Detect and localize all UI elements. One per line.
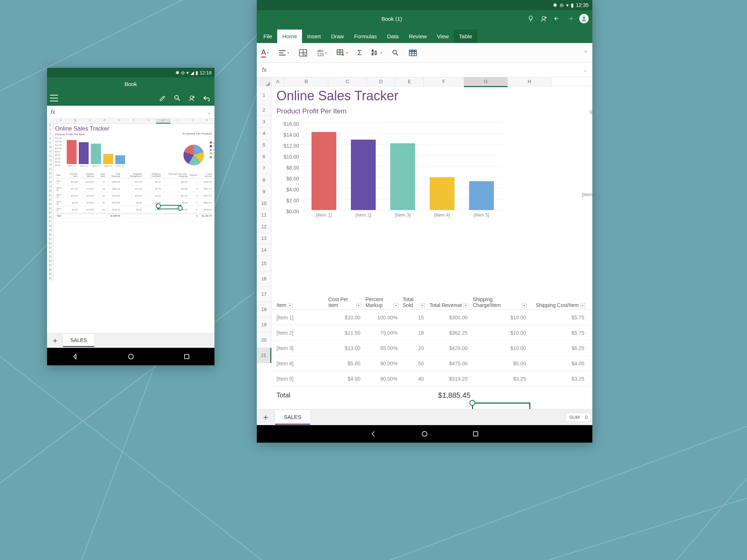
bluetooth-icon: ✱ bbox=[175, 70, 179, 75]
cell-selection[interactable] bbox=[157, 205, 181, 209]
phone-toolbar bbox=[47, 90, 214, 106]
ribbon-tab-data[interactable]: Data bbox=[382, 30, 404, 43]
number-format-button[interactable]: abc123▾ bbox=[317, 49, 326, 57]
svg-rect-23 bbox=[473, 432, 478, 436]
select-all-corner[interactable] bbox=[257, 77, 271, 87]
tablet-spreadsheet[interactable]: ABCDEFGH 1234567891011121314151617181920… bbox=[257, 77, 592, 409]
search-icon[interactable] bbox=[172, 93, 182, 103]
svg-rect-12 bbox=[185, 354, 189, 359]
table-row[interactable]: [Item 3]$13.0065.00%20$429.00$10.00$6.25 bbox=[271, 341, 592, 356]
draw-icon[interactable] bbox=[158, 93, 168, 103]
svg-point-22 bbox=[422, 431, 427, 436]
bar-5 bbox=[469, 181, 494, 210]
undo-icon[interactable] bbox=[551, 13, 562, 24]
recents-icon[interactable] bbox=[472, 430, 479, 438]
phone-device: ✱ ⊖ ▾ ◢ ▮ 12:18 Book fx ⌄ ABCDEFGHIJK 56… bbox=[47, 68, 214, 365]
wifi-icon: ▾ bbox=[186, 70, 189, 75]
expand-icon[interactable]: ⌄ bbox=[583, 67, 587, 73]
collapse-ribbon-icon[interactable]: ⌃ bbox=[584, 50, 588, 56]
column-headers[interactable]: ABCDEFGHIJK bbox=[47, 119, 214, 124]
pie-chart-small[interactable] bbox=[181, 142, 206, 168]
recents-icon[interactable] bbox=[183, 353, 190, 360]
fx-label: fx bbox=[262, 66, 267, 74]
battery-icon: ▮ bbox=[196, 70, 198, 75]
expand-icon[interactable]: ⌄ bbox=[207, 110, 211, 115]
column-header[interactable]: Shipping Charge/Item▾ bbox=[471, 295, 529, 310]
phone-spreadsheet[interactable]: ABCDEFGHIJK 5678910111213141516171819202… bbox=[47, 119, 214, 333]
pie-legend: [Item 1][Item 2][Item 3][Item 4][Item 5] bbox=[210, 141, 214, 159]
phone-titlebar: Book bbox=[47, 77, 214, 90]
tablet-sheet-tabs: + SALES SUM 0 bbox=[257, 409, 592, 425]
share-icon[interactable] bbox=[187, 93, 197, 103]
status-sum[interactable]: SUM 0 bbox=[566, 413, 591, 422]
tablet-navbar bbox=[257, 425, 592, 443]
sheet-title: Online Sales Tracker bbox=[271, 86, 592, 106]
column-header[interactable]: Percent Markup▾ bbox=[363, 295, 400, 310]
column-header[interactable]: Shipping Cost/Item▾ bbox=[529, 301, 587, 310]
column-header[interactable]: Total Sold▾ bbox=[400, 295, 427, 310]
cell-selection[interactable]: ▾ bbox=[472, 402, 530, 409]
ribbon-tab-review[interactable]: Review bbox=[404, 30, 432, 43]
sheet-tab-sales[interactable]: SALES bbox=[63, 334, 94, 347]
table-row[interactable]: [Item 2]$11.5075.00%18$362.25$10.00$5.75 bbox=[271, 325, 592, 341]
bar-chart-small[interactable]: $16.00$14.00$12.00$10.00$8.00$6.00$4.00$… bbox=[55, 137, 128, 168]
fx-label: fx bbox=[51, 109, 55, 116]
svg-text:Z: Z bbox=[372, 53, 374, 55]
sheet-tab-sales[interactable]: SALES bbox=[275, 410, 310, 425]
table-row[interactable]: [Item 5]$4.0090.00%40$319.20$3.25$3.25 bbox=[271, 371, 592, 386]
bar-chart[interactable]: $16.00$14.00$12.00$10.00$8.00$6.00$4.00$… bbox=[276, 121, 509, 234]
add-sheet-button[interactable]: + bbox=[257, 412, 275, 423]
share-icon[interactable] bbox=[538, 13, 549, 24]
cutoff-label: [Item bbox=[582, 192, 592, 197]
find-button[interactable] bbox=[392, 49, 399, 57]
ribbon-tab-file[interactable]: File bbox=[258, 30, 277, 43]
add-sheet-button[interactable]: + bbox=[47, 336, 63, 346]
dnd-icon: ⊖ bbox=[560, 2, 564, 8]
column-header[interactable]: Item▾ bbox=[271, 301, 326, 310]
document-title: Book bbox=[124, 81, 137, 87]
column-header[interactable]: Cost Per Item▾ bbox=[326, 295, 363, 310]
ribbon-tab-draw[interactable]: Draw bbox=[326, 30, 349, 43]
align-button[interactable]: ▾ bbox=[278, 50, 289, 56]
total-label: Total bbox=[271, 392, 326, 399]
home-icon[interactable] bbox=[127, 353, 135, 360]
tablet-titlebar: Book (1) bbox=[257, 10, 592, 27]
cell-styles-button[interactable]: ▾ bbox=[336, 49, 348, 57]
table-row[interactable]: [Item 4]$5.0090.00%50$475.00$5.00$4.00 bbox=[271, 356, 592, 371]
column-header[interactable]: Total Revenue▾ bbox=[427, 301, 471, 310]
home-icon[interactable] bbox=[421, 430, 428, 438]
battery-icon: ▮ bbox=[571, 2, 574, 8]
ribbon-tab-view[interactable]: View bbox=[432, 30, 454, 43]
ribbon-tab-formulas[interactable]: Formulas bbox=[349, 30, 382, 43]
svg-point-11 bbox=[128, 354, 133, 359]
sort-filter-button[interactable]: AZ▾ bbox=[371, 49, 382, 57]
account-avatar[interactable] bbox=[579, 14, 589, 23]
column-headers[interactable]: ABCDEFGH bbox=[257, 77, 592, 86]
table-button[interactable] bbox=[409, 49, 417, 57]
data-table-small[interactable]: ItemCost Per ItemPercent MarkupTotal Sol… bbox=[55, 171, 213, 219]
lightbulb-icon[interactable] bbox=[525, 13, 536, 24]
data-table[interactable]: Item▾Cost Per Item▾Percent Markup▾Total … bbox=[271, 289, 592, 404]
hamburger-icon[interactable] bbox=[50, 95, 58, 101]
svg-point-19 bbox=[393, 50, 396, 54]
ribbon-tab-home[interactable]: Home bbox=[277, 30, 302, 43]
undo-icon[interactable] bbox=[201, 93, 212, 103]
row-headers[interactable]: 5678910111213141516171819202122232425262… bbox=[47, 124, 54, 281]
tablet-device: ✱ ⊖ ▾ ▮ 12:35 Book (1) FileHomeInsertDra… bbox=[257, 0, 592, 443]
tablet-formula-bar[interactable]: fx ⌄ bbox=[257, 63, 592, 77]
font-button[interactable]: A▾ bbox=[261, 48, 269, 58]
sheet-title: Online Sales Tracker bbox=[54, 124, 214, 132]
autosum-button[interactable]: Σ bbox=[357, 48, 362, 57]
format-cells-button[interactable] bbox=[299, 49, 307, 57]
ribbon-tab-insert[interactable]: Insert bbox=[302, 30, 326, 43]
table-row[interactable]: [Item 1]$10.00100.00%15$300.00$10.00$5.7… bbox=[271, 310, 592, 325]
redo-icon[interactable] bbox=[565, 13, 576, 24]
row-headers[interactable]: 123456789101112131415161718192021 bbox=[257, 86, 271, 363]
ribbon-tab-table[interactable]: Table bbox=[454, 30, 477, 43]
back-icon[interactable] bbox=[370, 430, 377, 438]
table-header[interactable]: Item▾Cost Per Item▾Percent Markup▾Total … bbox=[271, 289, 592, 310]
clock: 12:18 bbox=[200, 70, 212, 75]
phone-formula-bar[interactable]: fx ⌄ bbox=[47, 106, 214, 119]
x-axis-labels: [Item 1][Item 2][Item 3][Item 4][Item 5] bbox=[304, 212, 501, 218]
back-icon[interactable] bbox=[71, 353, 79, 360]
